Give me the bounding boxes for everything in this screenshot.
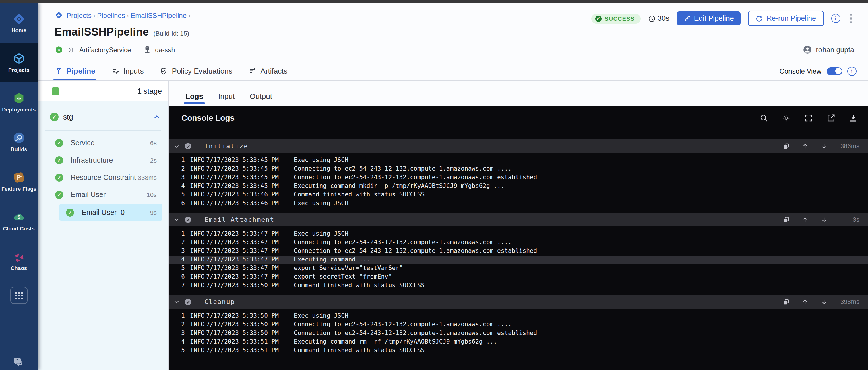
cloud-costs-icon: $ — [12, 210, 25, 223]
log-host-link[interactable]: ec2-54-243-12-132.compute-1.amazonaws.co… — [345, 238, 493, 245]
log-timestamp: 7/17/2023 5:33:51 PM — [206, 346, 294, 353]
service-name[interactable]: ArtifactoryService — [79, 46, 131, 53]
log-message: Exec using JSCH — [294, 156, 868, 163]
step-success-check-icon: ✓ — [55, 156, 63, 164]
log-section-header[interactable]: Cleanup 398ms — [169, 295, 868, 309]
log-level: INFO — [190, 182, 206, 189]
step-row-infrastructure[interactable]: ✓Infrastructure2s — [38, 152, 168, 169]
scroll-down-icon[interactable] — [821, 143, 827, 149]
log-line-number: 2 — [180, 238, 185, 245]
step-name: Email User_0 — [82, 208, 125, 216]
open-external-icon[interactable] — [827, 113, 835, 122]
log-section-header[interactable]: Initialize 386ms — [169, 139, 868, 153]
log-host-link[interactable]: ec2-54-243-12-132.compute-1.amazonaws.co… — [345, 173, 493, 180]
log-section-duration: 398ms — [840, 298, 859, 305]
log-line-number: 3 — [180, 247, 185, 254]
stage-panel: 1 stage ✓ stg ✓Service6s✓Infrastructure2… — [38, 81, 169, 370]
projects-icon — [12, 52, 25, 65]
tab-label: Pipeline — [67, 67, 95, 75]
download-icon[interactable] — [849, 113, 858, 122]
step-name: Email User — [71, 191, 105, 199]
log-level: INFO — [190, 256, 206, 262]
info-icon[interactable]: i — [831, 14, 840, 23]
copy-icon[interactable] — [783, 216, 789, 223]
log-timestamp: 7/17/2023 5:33:50 PM — [206, 282, 294, 288]
environment-icon — [144, 46, 151, 54]
console-tab-logs[interactable]: Logs — [185, 92, 203, 106]
log-timestamp: 7/17/2023 5:33:51 PM — [206, 338, 294, 345]
step-row-resource-constraint[interactable]: ✓Resource Constraint338ms — [38, 169, 168, 186]
chevron-down-icon[interactable] — [174, 216, 180, 223]
sidebar-item-deployments[interactable]: ∞Deployments — [0, 82, 38, 122]
log-line: 2INFO7/17/2023 5:33:45 PMConnecting to e… — [169, 165, 868, 173]
content-split: 1 stage ✓ stg ✓Service6s✓Infrastructure2… — [38, 81, 868, 370]
breadcrumb-link[interactable]: Pipelines — [97, 11, 125, 19]
edit-pipeline-button[interactable]: Edit Pipeline — [677, 11, 741, 25]
log-timestamp: 7/17/2023 5:33:47 PM — [206, 273, 294, 280]
environment-name[interactable]: qa-ssh — [155, 46, 175, 53]
log-timestamp: 7/17/2023 5:33:47 PM — [206, 230, 294, 237]
step-success-check-icon — [184, 142, 192, 150]
log-section-header[interactable]: Email Attachment 3s — [169, 212, 868, 226]
help-button[interactable]: ? HELP — [12, 358, 26, 370]
rerun-pipeline-button[interactable]: Re-run Pipeline — [748, 11, 824, 26]
pipeline-tab-row: PipelineInputsPolicy EvaluationsArtifact… — [38, 61, 868, 81]
copy-icon[interactable] — [783, 143, 789, 149]
tab-policy-evaluations[interactable]: Policy Evaluations — [160, 61, 232, 80]
step-row-service[interactable]: ✓Service6s — [38, 135, 168, 152]
breadcrumb-separator: › — [125, 12, 131, 19]
sidebar-item-builds[interactable]: Builds — [0, 122, 38, 162]
tab-inputs[interactable]: Inputs — [112, 61, 144, 80]
tab-pipeline[interactable]: Pipeline — [55, 61, 95, 80]
breadcrumb-link[interactable]: EmailSSHPipeline — [131, 11, 187, 19]
more-options-button[interactable] — [848, 12, 854, 24]
sidebar-item-chaos[interactable]: Chaos — [0, 241, 38, 280]
tab-artifacts[interactable]: Artifacts — [249, 61, 288, 80]
avatar-icon — [803, 46, 812, 54]
scroll-up-icon[interactable] — [802, 298, 808, 305]
step-name: Infrastructure — [71, 156, 113, 164]
console-tab-input[interactable]: Input — [218, 92, 235, 106]
fullscreen-icon[interactable] — [804, 113, 813, 122]
breadcrumb-link[interactable]: Projects — [67, 11, 92, 19]
log-settings-gear-icon[interactable] — [782, 113, 790, 122]
step-duration: 2s — [150, 157, 157, 164]
scroll-down-icon[interactable] — [821, 216, 827, 223]
step-name: Service — [71, 139, 94, 147]
module-picker-button[interactable] — [10, 287, 28, 304]
chevron-down-icon[interactable] — [174, 143, 180, 149]
log-section: Email Attachment 3s 1INFO7/17/2023 5:33:… — [169, 212, 868, 295]
log-line-number: 3 — [180, 173, 185, 180]
scroll-down-icon[interactable] — [821, 298, 827, 305]
main-area: Projects › Pipelines › EmailSSHPipeline … — [38, 3, 868, 370]
console-tab-output[interactable]: Output — [250, 92, 272, 106]
log-message: Exec using JSCH — [294, 199, 868, 206]
scroll-up-icon[interactable] — [802, 143, 808, 149]
chevron-up-icon[interactable] — [153, 113, 160, 120]
console-view-toggle[interactable] — [827, 67, 842, 75]
sidebar-item-label: Deployments — [2, 107, 36, 112]
step-row-email-user-0[interactable]: ✓Email User_09s — [59, 204, 162, 221]
sidebar-item-home[interactable]: Home — [0, 3, 38, 42]
sidebar-item-cloud-costs[interactable]: $Cloud Costs — [0, 201, 38, 241]
svg-text:?: ? — [17, 359, 19, 363]
search-icon[interactable] — [760, 113, 768, 122]
log-timestamp: 7/17/2023 5:33:45 PM — [206, 156, 294, 163]
stage-row-stg[interactable]: ✓ stg — [38, 109, 168, 125]
copy-icon[interactable] — [783, 298, 789, 305]
sidebar-item-projects[interactable]: Projects — [0, 42, 38, 82]
console-log-area[interactable]: Initialize 386ms 1INFO7/17/2023 5:33:45 … — [169, 130, 868, 370]
log-level: INFO — [190, 247, 206, 254]
scroll-up-icon[interactable] — [802, 216, 808, 223]
sidebar-item-feature-flags[interactable]: Feature Flags — [0, 162, 38, 201]
log-host-link[interactable]: ec2-54-243-12-132.compute-1.amazonaws.co… — [345, 329, 493, 336]
log-line: 3INFO7/17/2023 5:33:45 PMConnection to e… — [169, 173, 868, 182]
log-host-link[interactable]: ec2-54-243-12-132.compute-1.amazonaws.co… — [345, 247, 493, 254]
svg-text:∞: ∞ — [17, 95, 21, 101]
step-row-email-user[interactable]: ✓Email User10s — [38, 186, 168, 203]
console-view-info-icon[interactable]: i — [847, 66, 857, 76]
chevron-down-icon[interactable] — [174, 298, 180, 305]
log-host-link[interactable]: ec2-54-243-12-132.compute-1.amazonaws.co… — [345, 165, 493, 172]
log-level: INFO — [190, 199, 206, 206]
log-host-link[interactable]: ec2-54-243-12-132.compute-1.amazonaws.co… — [345, 321, 493, 328]
